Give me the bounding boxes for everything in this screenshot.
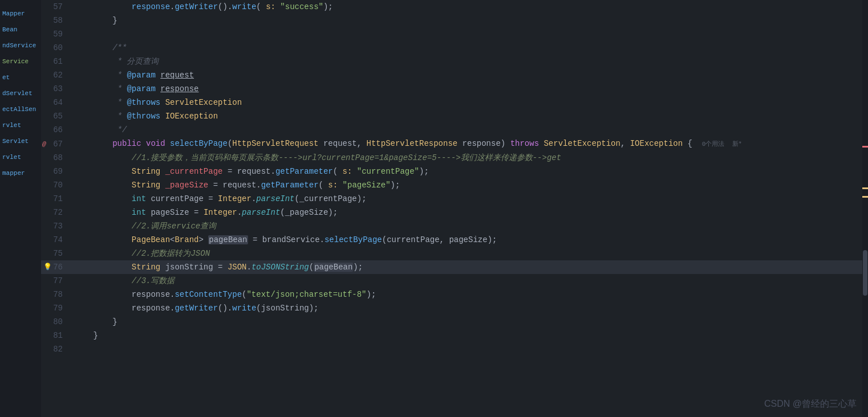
line-content [70, 27, 868, 41]
table-row: 77 //3.写数据 [41, 274, 868, 288]
line-content: } [70, 315, 868, 329]
watermark: CSDN @曾经的三心草 [764, 398, 857, 410]
table-row: 80 } [41, 315, 868, 329]
line-number: 58 [41, 14, 70, 27]
sidebar-item-electallsen[interactable]: ectAllSen [0, 101, 41, 117]
line-content: String _currentPage = request.getParamet… [70, 165, 868, 178]
scrollbar-marker-yellow2 [862, 196, 868, 198]
scrollbar-track[interactable] [862, 0, 868, 417]
sidebar-item-et[interactable]: et [0, 70, 41, 85]
line-content: * @param response [70, 82, 868, 96]
line-content: //2.调用service查询 [70, 219, 868, 233]
sidebar: Mapper Bean ndService Service et dServle… [0, 0, 41, 417]
line-content: PageBean<Brand> pageBean = brandService.… [70, 233, 868, 247]
line-content: String _pageSize = request.getParameter(… [70, 178, 868, 192]
line-number: 59 [41, 27, 70, 41]
sidebar-item-service[interactable]: Service [0, 54, 41, 70]
line-content: //1.接受参数，当前页码和每页展示条数---->url?currentPage… [70, 151, 868, 165]
line-content: response.getWriter().write(jsonString); [70, 301, 868, 315]
line-content: * @param request [70, 68, 868, 82]
line-content: /** [70, 41, 868, 55]
sidebar-item-mapper2[interactable]: mapper [0, 165, 41, 181]
line-content [70, 342, 868, 356]
table-row: 61 * 分页查询 [41, 55, 868, 68]
table-row: 58 } [41, 14, 868, 27]
table-row: 73 //2.调用service查询 [41, 219, 868, 233]
line-number: 66 [41, 123, 70, 137]
scrollbar-marker-yellow [862, 187, 868, 189]
line-number: 74 [41, 233, 70, 247]
table-row: 70 String _pageSize = request.getParamet… [41, 178, 868, 192]
main-editor: 57 response.getWriter().write( s: "succe… [41, 0, 868, 417]
line-number: 79 [41, 301, 70, 315]
line-content: response.getWriter().write( s: "success"… [70, 0, 868, 14]
table-row: 68 //1.接受参数，当前页码和每页展示条数---->url?currentP… [41, 151, 868, 165]
line-number: 72 [41, 206, 70, 219]
line-content: int pageSize = Integer.parseInt(_pageSiz… [70, 206, 868, 219]
code-area[interactable]: 57 response.getWriter().write( s: "succe… [41, 0, 868, 417]
line-content: response.setContentType("text/json;chars… [70, 288, 868, 301]
line-number: 60 [41, 41, 70, 55]
table-row: 💡76 String jsonString = JSON.toJSONStrin… [41, 260, 868, 274]
line-content: int currentPage = Integer.parseInt(_curr… [70, 192, 868, 206]
table-row: 72 int pageSize = Integer.parseInt(_page… [41, 206, 868, 219]
line-number: 70 [41, 178, 70, 192]
table-row: 63 * @param response [41, 82, 868, 96]
table-row: 74 PageBean<Brand> pageBean = brandServi… [41, 233, 868, 247]
line-number: 69 [41, 165, 70, 178]
scrollbar-marker-red [862, 146, 868, 148]
table-row: 65 * @throws IOException [41, 109, 868, 123]
table-row: 79 response.getWriter().write(jsonString… [41, 301, 868, 315]
line-number: 78 [41, 288, 70, 301]
line-content: String jsonString = JSON.toJSONString(pa… [70, 260, 868, 274]
table-row: 59 [41, 27, 868, 41]
sidebar-item-mapper[interactable]: Mapper [0, 6, 41, 22]
table-row: 78 response.setContentType("text/json;ch… [41, 288, 868, 301]
line-number: 63 [41, 82, 70, 96]
table-row: 64 * @throws ServletException [41, 96, 868, 109]
table-row: 69 String _currentPage = request.getPara… [41, 165, 868, 178]
line-number: 64 [41, 96, 70, 109]
line-number: 80 [41, 315, 70, 329]
line-number: 71 [41, 192, 70, 206]
line-number: 57 [41, 0, 70, 14]
line-number: @67 [41, 137, 70, 151]
sidebar-item-rvlet1[interactable]: rvlet [0, 117, 41, 133]
table-row: 62 * @param request [41, 68, 868, 82]
line-content: //3.写数据 [70, 274, 868, 288]
line-number: 81 [41, 329, 70, 342]
table-row: 81 } [41, 329, 868, 342]
sidebar-item-ndservice[interactable]: ndService [0, 38, 41, 54]
table-row: 82 [41, 342, 868, 356]
line-number: 62 [41, 68, 70, 82]
line-number: 61 [41, 55, 70, 68]
line-content: * @throws ServletException [70, 96, 868, 109]
line-content: * @throws IOException [70, 109, 868, 123]
scrollbar-thumb[interactable] [863, 250, 867, 296]
code-table: 57 response.getWriter().write( s: "succe… [41, 0, 868, 356]
line-content: //2.把数据转为JSON [70, 247, 868, 260]
line-number: 💡76 [41, 260, 70, 274]
line-content: } [70, 14, 868, 27]
sidebar-item-dservlet[interactable]: dServlet [0, 85, 41, 101]
sidebar-item-rvlet2[interactable]: rvlet [0, 149, 41, 165]
line-content: } [70, 329, 868, 342]
line-content: public void selectByPage(HttpServletRequ… [70, 137, 868, 151]
table-row: 75 //2.把数据转为JSON [41, 247, 868, 260]
table-row: 60 /** [41, 41, 868, 55]
line-number: 65 [41, 109, 70, 123]
table-row: @67 public void selectByPage(HttpServlet… [41, 137, 868, 151]
line-number: 75 [41, 247, 70, 260]
table-row: 71 int currentPage = Integer.parseInt(_c… [41, 192, 868, 206]
line-number: 68 [41, 151, 70, 165]
sidebar-item-bean[interactable]: Bean [0, 22, 41, 38]
line-content: */ [70, 123, 868, 137]
sidebar-item-servlet[interactable]: Servlet [0, 133, 41, 149]
table-row: 66 */ [41, 123, 868, 137]
table-row: 57 response.getWriter().write( s: "succe… [41, 0, 868, 14]
line-number: 73 [41, 219, 70, 233]
line-number: 82 [41, 342, 70, 356]
line-content: * 分页查询 [70, 55, 868, 68]
line-number: 77 [41, 274, 70, 288]
